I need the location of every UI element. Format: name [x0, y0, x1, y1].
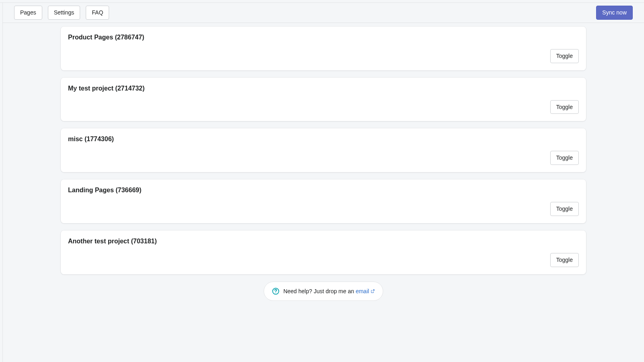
- project-card: Another test project (703181) Toggle: [61, 230, 586, 274]
- help-email-link[interactable]: email: [356, 288, 375, 294]
- help-text: Need help? Just drop me an email: [283, 288, 375, 294]
- faq-button[interactable]: FAQ: [86, 6, 109, 20]
- help-link-text: email: [356, 288, 369, 294]
- sync-now-button[interactable]: Sync now: [596, 6, 633, 20]
- pages-button[interactable]: Pages: [14, 6, 42, 20]
- toggle-button[interactable]: Toggle: [550, 100, 579, 114]
- project-card-title: Product Pages (2786747): [68, 34, 579, 41]
- toggle-button[interactable]: Toggle: [550, 202, 579, 216]
- help-pill: Need help? Just drop me an email: [264, 282, 383, 301]
- project-card-title: misc (1774306): [68, 136, 579, 143]
- page-content: Product Pages (2786747) Toggle My test p…: [3, 23, 644, 313]
- toggle-button[interactable]: Toggle: [550, 151, 579, 165]
- question-circle-icon: [272, 288, 279, 295]
- project-card-title: My test project (2714732): [68, 85, 579, 92]
- project-card: Product Pages (2786747) Toggle: [61, 27, 586, 70]
- project-card-title: Another test project (703181): [68, 238, 579, 245]
- svg-point-1: [275, 292, 276, 293]
- help-prefix: Need help? Just drop me an: [283, 288, 356, 294]
- project-card: misc (1774306) Toggle: [61, 128, 586, 172]
- project-card-title: Landing Pages (736669): [68, 187, 579, 194]
- project-card: My test project (2714732) Toggle: [61, 78, 586, 121]
- toolbar: Pages Settings FAQ Sync now: [3, 3, 644, 23]
- topbar-placeholder: [0, 0, 644, 3]
- settings-button[interactable]: Settings: [48, 6, 80, 20]
- toggle-button[interactable]: Toggle: [550, 49, 579, 63]
- left-gutter: [0, 3, 3, 362]
- toggle-button[interactable]: Toggle: [550, 253, 579, 267]
- project-card: Landing Pages (736669) Toggle: [61, 179, 586, 223]
- external-link-icon: [371, 289, 375, 293]
